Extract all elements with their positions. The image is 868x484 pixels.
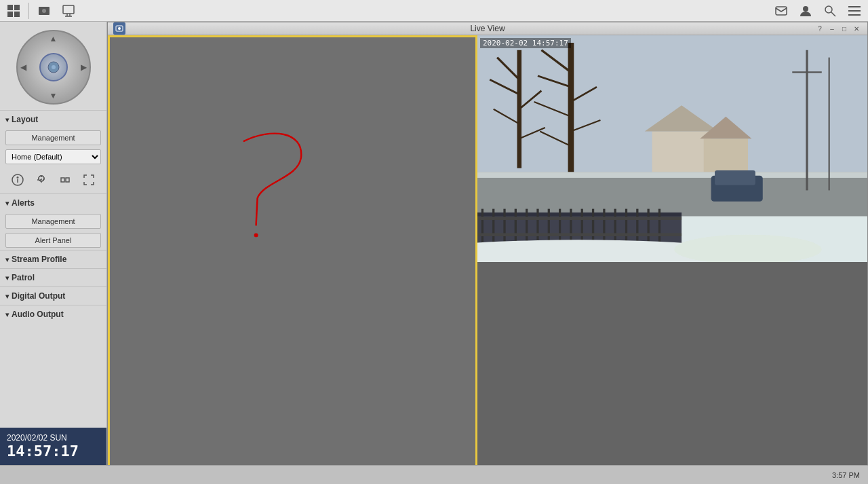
maximize-button[interactable]: □ (839, 23, 850, 34)
alerts-section-header[interactable]: ▾ Alerts (0, 193, 106, 212)
location-button[interactable] (32, 170, 51, 189)
svg-rect-3 (14, 12, 20, 17)
stream-profile-section-header[interactable]: ▾ Stream Profile (0, 250, 106, 268)
svg-rect-14 (848, 6, 861, 7)
patrol-chevron-icon: ▾ (5, 274, 9, 282)
svg-point-12 (825, 6, 832, 13)
svg-rect-24 (61, 178, 64, 182)
layout-section-label: Layout (12, 115, 38, 124)
user-button[interactable] (795, 1, 816, 20)
svg-rect-6 (63, 5, 74, 14)
svg-point-5 (42, 9, 46, 13)
audio-output-section-header[interactable]: ▾ Audio Output (0, 305, 106, 323)
ptz-control: ▲ ▼ ◀ ▶ (0, 22, 106, 110)
svg-rect-16 (848, 14, 861, 16)
camera-cell-bottom-right[interactable] (477, 262, 867, 465)
camera-cell-top-left[interactable] (108, 35, 477, 465)
sidebar-time: 14:57:17 (7, 443, 100, 460)
ptz-ring[interactable]: ▲ ▼ ◀ ▶ (16, 30, 91, 105)
svg-rect-1 (14, 5, 20, 10)
svg-rect-31 (477, 172, 867, 216)
sidebar-date: 2020/02/02 SUN (7, 433, 100, 443)
message-button[interactable] (770, 1, 792, 20)
alert-panel-button[interactable]: Alert Panel (5, 233, 101, 248)
fullscreen-button[interactable] (79, 170, 98, 189)
grid-view-button[interactable] (3, 1, 24, 20)
live-view-window: Live View ? – □ ✕ (107, 22, 868, 465)
svg-rect-32 (477, 172, 867, 178)
patrol-label: Patrol (12, 273, 35, 282)
digital-output-chevron-icon: ▾ (5, 293, 9, 300)
layout-section-header[interactable]: ▾ Layout (0, 110, 106, 128)
svg-rect-25 (66, 178, 69, 182)
monitor-button[interactable] (58, 1, 79, 20)
sidebar-icon-row (0, 166, 106, 193)
toolbar-separator (28, 3, 29, 19)
svg-rect-15 (848, 10, 861, 12)
svg-rect-48 (704, 138, 748, 172)
ptz-left-button[interactable]: ◀ (20, 62, 26, 72)
settings-button[interactable] (844, 1, 865, 20)
layout-dropdown[interactable]: Home (Default)Layout 1Layout 2 (5, 149, 101, 164)
alerts-management-button[interactable]: Management (5, 214, 101, 229)
camera-timestamp-top-right: 2020-02-02 14:57:17 (480, 38, 571, 48)
layout-select[interactable]: Home (Default)Layout 1Layout 2 (5, 149, 101, 164)
stream-profile-label: Stream Profile (12, 255, 66, 264)
sidebar-datetime: 2020/02/02 SUN 14:57:17 (0, 428, 106, 465)
layout-management-button[interactable]: Management (5, 130, 101, 145)
svg-point-27 (118, 27, 121, 30)
help-button[interactable]: ? (814, 23, 825, 34)
main-area: ▲ ▼ ◀ ▶ ▾ Layout Management Home (Defaul… (0, 22, 868, 465)
ptz-center-button[interactable] (39, 53, 68, 81)
camera-view-button[interactable] (33, 1, 55, 20)
minimize-button[interactable]: – (827, 23, 837, 34)
svg-rect-54 (715, 170, 755, 185)
audio-output-label: Audio Output (12, 310, 64, 319)
ptz-down-button[interactable]: ▼ (50, 91, 58, 100)
audio-output-chevron-icon: ▾ (5, 311, 9, 318)
stream-profile-chevron-icon: ▾ (5, 256, 9, 263)
camera-grid: 2020-02-02 14:57:17 (108, 35, 867, 465)
svg-point-18 (52, 65, 56, 69)
window-icon (113, 22, 125, 35)
svg-rect-2 (7, 12, 13, 17)
close-button[interactable]: ✕ (851, 23, 862, 34)
top-toolbar (0, 0, 868, 22)
digital-output-section-header[interactable]: ▾ Digital Output (0, 286, 106, 305)
window-controls: ? – □ ✕ (814, 23, 862, 34)
taskbar: 3:57 PM (0, 465, 868, 484)
window-title: Live View (470, 24, 505, 33)
taskbar-time: 3:57 PM (827, 471, 865, 479)
svg-point-11 (803, 6, 808, 12)
patrol-section-header[interactable]: ▾ Patrol (0, 268, 106, 286)
expand-button[interactable] (56, 170, 75, 189)
svg-rect-10 (776, 7, 787, 15)
alerts-chevron-icon: ▾ (5, 200, 9, 207)
ptz-right-button[interactable]: ▶ (81, 62, 87, 72)
search-button[interactable] (819, 1, 841, 20)
svg-line-13 (831, 12, 835, 16)
layout-chevron-icon: ▾ (5, 116, 9, 124)
ptz-up-button[interactable]: ▲ (50, 34, 58, 43)
digital-output-label: Digital Output (12, 291, 65, 301)
sidebar: ▲ ▼ ◀ ▶ ▾ Layout Management Home (Defaul… (0, 22, 107, 465)
alerts-section-label: Alerts (12, 198, 35, 208)
snow-scene (477, 35, 867, 262)
info-button[interactable] (8, 170, 27, 189)
svg-rect-0 (7, 5, 13, 10)
camera-cell-top-right[interactable]: 2020-02-02 14:57:17 (477, 35, 867, 262)
svg-point-21 (17, 177, 18, 179)
window-titlebar: Live View ? – □ ✕ (108, 22, 867, 35)
toolbar-right (770, 1, 865, 20)
